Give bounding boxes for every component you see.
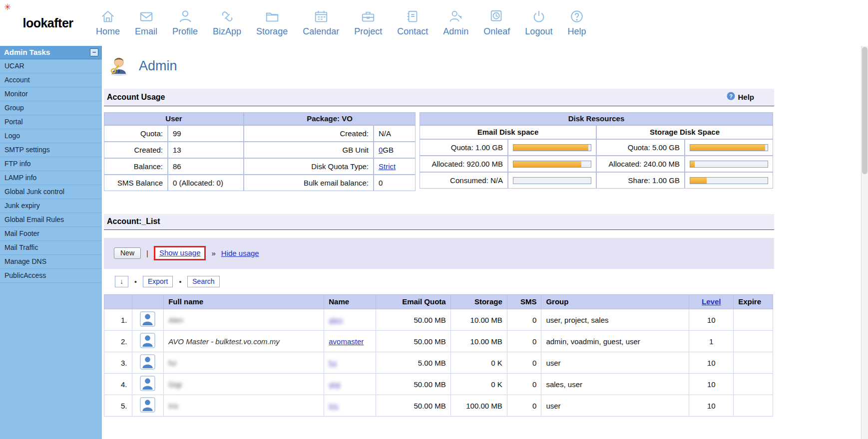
- cell-expire: [734, 309, 773, 331]
- sidebar-item-ftp-info[interactable]: FTP info: [0, 157, 102, 171]
- search-button[interactable]: Search: [187, 276, 219, 287]
- account-list-title: Account:_List: [107, 217, 160, 226]
- sidebar-item-publicaccess[interactable]: PublicAccess: [0, 269, 102, 283]
- cell-email-quota: 50.00 MB: [376, 331, 450, 352]
- nav-item-storage[interactable]: Storage: [256, 9, 288, 37]
- fullname-text: Iris: [168, 402, 178, 410]
- cell-num: 5.: [104, 395, 132, 417]
- cell-name: fui: [324, 352, 376, 374]
- sidebar-item-lamp-info[interactable]: LAMP info: [0, 171, 102, 185]
- nav-label: Contact: [397, 26, 428, 37]
- sidebar-item-junk-expiry[interactable]: Junk expiry: [0, 199, 102, 213]
- user-created-label: Created:: [104, 142, 168, 158]
- collapse-icon[interactable]: −: [90, 48, 98, 56]
- strict-link[interactable]: Strict: [379, 162, 396, 171]
- dot-separator: •: [134, 278, 137, 286]
- cell-num: 1.: [104, 309, 132, 331]
- nav-item-onleaf[interactable]: Onleaf: [483, 9, 510, 37]
- account-name-link[interactable]: fui: [329, 359, 337, 367]
- nav-item-calendar[interactable]: Calendar: [303, 9, 339, 37]
- nav-item-home[interactable]: Home: [96, 9, 120, 37]
- account-name-link[interactable]: avomaster: [329, 337, 364, 346]
- nav-label: BizApp: [213, 26, 241, 37]
- header-num: [104, 295, 132, 309]
- page-title: Admin: [139, 58, 177, 74]
- show-usage-link[interactable]: Show usage: [159, 248, 201, 257]
- sidebar: Admin Tasks − UCAR Account Monitor Group…: [0, 46, 102, 439]
- usage-help-link[interactable]: ? Help: [727, 92, 754, 102]
- sidebar-item-ucar[interactable]: UCAR: [0, 59, 102, 73]
- logout-power-icon: [531, 9, 546, 24]
- sidebar-item-smtp-settings[interactable]: SMTP settings: [0, 143, 102, 157]
- header-fullname: Full name: [164, 295, 324, 309]
- nav-item-help[interactable]: Help: [567, 9, 586, 37]
- sidebar-item-account[interactable]: Account: [0, 73, 102, 87]
- nav-item-project[interactable]: Project: [354, 9, 382, 37]
- sidebar-item-global-junk-control[interactable]: Global Junk control: [0, 185, 102, 199]
- cell-name: alen: [324, 309, 376, 331]
- email-disk-panel: Email Disk space Quota: 1.00 GB Allocate…: [420, 125, 596, 191]
- account-name-link[interactable]: alen: [329, 316, 343, 324]
- toolbar-separator: |: [146, 249, 148, 257]
- sort-button[interactable]: ↓: [115, 276, 128, 287]
- pkg-disk-quota-type-value: Strict: [374, 158, 416, 175]
- gb-unit-suffix: GB: [383, 146, 394, 154]
- sidebar-item-global-email-rules[interactable]: Global Email Rules: [0, 213, 102, 227]
- nav-label: Project: [354, 26, 382, 37]
- nav-item-profile[interactable]: Profile: [172, 9, 198, 37]
- sidebar-item-portal[interactable]: Portal: [0, 115, 102, 129]
- profile-icon: [178, 9, 193, 24]
- cell-group: user: [541, 395, 689, 417]
- header-storage: Storage: [450, 295, 507, 309]
- scrollbar-thumb[interactable]: [862, 47, 868, 174]
- nav-label: Admin: [443, 26, 468, 37]
- cell-name: iris: [324, 395, 376, 417]
- cell-num: 2.: [104, 331, 132, 352]
- sidebar-item-mail-traffic[interactable]: Mail Traffic: [0, 241, 102, 255]
- gb-unit-link[interactable]: 0: [379, 146, 383, 154]
- nav-label: Profile: [172, 26, 198, 37]
- cell-name: gigi: [324, 374, 376, 395]
- project-briefcase-icon: [361, 9, 376, 24]
- nav-item-email[interactable]: Email: [135, 9, 157, 37]
- show-usage-highlight-box: Show usage: [154, 246, 206, 260]
- fullname-text: Alen: [168, 316, 183, 324]
- fullname-text: fui: [168, 359, 176, 367]
- nav-item-admin[interactable]: Admin: [443, 9, 468, 37]
- nav-item-logout[interactable]: Logout: [525, 9, 552, 37]
- email-allocated-label: Allocated: 920.00 MB: [420, 156, 508, 172]
- nav-label: Home: [96, 26, 120, 37]
- export-button[interactable]: Export: [143, 276, 173, 287]
- sidebar-item-mail-footer[interactable]: Mail Footer: [0, 227, 102, 241]
- hide-usage-link[interactable]: Hide usage: [221, 249, 259, 257]
- table-row: 5. Iris iris 50.00 MB 100.00 MB 0 user 1…: [104, 395, 773, 417]
- user-avatar-icon: [132, 331, 164, 352]
- user-avatar-icon: [132, 309, 164, 331]
- cell-email-quota: 50.00 MB: [376, 309, 450, 331]
- nav-item-bizapp[interactable]: BizApp: [213, 9, 241, 37]
- usage-user-block: Quota:99 Created:13 Balance:86 SMS Balan…: [104, 125, 244, 191]
- dot-separator: •: [179, 278, 181, 286]
- account-name-link[interactable]: gigi: [329, 380, 340, 389]
- nav-label: Onleaf: [483, 26, 510, 37]
- cell-expire: [734, 374, 773, 395]
- pkg-disk-quota-type-label: Disk Quota Type:: [244, 158, 374, 175]
- sidebar-item-group[interactable]: Group: [0, 101, 102, 115]
- nav-label: Email: [135, 26, 157, 37]
- sidebar-item-monitor[interactable]: Monitor: [0, 87, 102, 101]
- sidebar-title: Admin Tasks: [4, 48, 50, 56]
- vertical-scrollbar[interactable]: [861, 46, 868, 439]
- pkg-gb-unit-value: 0 GB: [374, 142, 416, 158]
- account-list-toolbar: New | Show usage » Hide usage: [104, 238, 774, 269]
- fullname-text: AVO Master - bulktest.vo.com.my: [168, 337, 280, 346]
- email-consumed-bar: [508, 172, 596, 189]
- level-sort-link[interactable]: Level: [702, 297, 721, 306]
- sidebar-item-logo[interactable]: Logo: [0, 129, 102, 143]
- sidebar-item-manage-dns[interactable]: Manage DNS: [0, 255, 102, 269]
- new-button[interactable]: New: [114, 247, 141, 259]
- nav-item-contact[interactable]: Contact: [397, 9, 428, 37]
- contact-book-icon: [405, 9, 420, 24]
- storage-allocated-bar: [685, 156, 773, 172]
- header-email-quota: Email Quota: [376, 295, 450, 309]
- account-name-link[interactable]: iris: [329, 402, 338, 410]
